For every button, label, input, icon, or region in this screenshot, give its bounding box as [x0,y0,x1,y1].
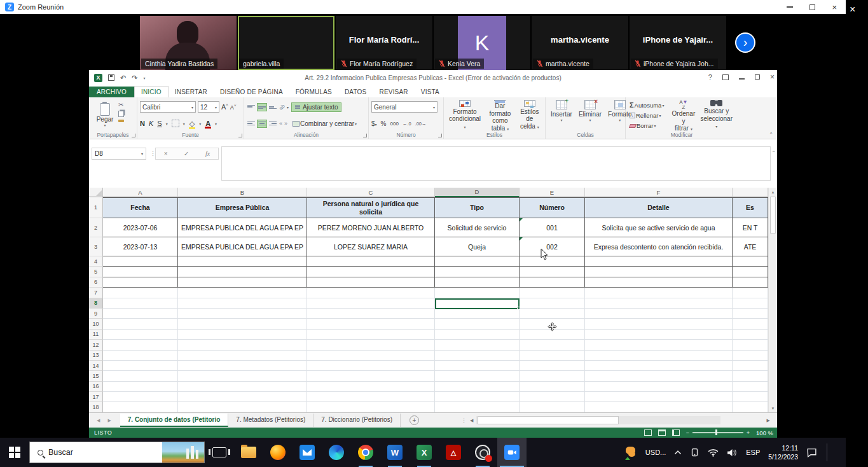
tab-frmulas[interactable]: FÓRMULAS [289,87,338,97]
sheet-prev-icon[interactable]: ◀ [97,418,100,423]
alignment-dialog-launcher[interactable] [363,134,367,137]
align-middle-icon[interactable] [258,104,266,111]
file-explorer-button[interactable] [234,438,263,467]
horizontal-scroll-thumb[interactable] [478,416,619,424]
insert-cells-button[interactable]: + Insertar▾ [548,99,575,131]
cell[interactable] [103,309,178,319]
cell[interactable] [178,361,307,371]
cell[interactable] [733,371,768,381]
name-box[interactable]: D8▾ [92,148,146,160]
cell[interactable] [733,382,768,392]
cast-device-icon[interactable] [690,448,699,457]
cell[interactable] [733,288,768,298]
cell[interactable] [733,361,768,371]
font-dialog-launcher[interactable] [238,134,242,137]
cell[interactable] [103,288,178,298]
next-participants-button[interactable]: › [735,32,755,53]
cell[interactable] [178,288,307,298]
cancel-entry-icon[interactable]: × [164,150,168,157]
horizontal-scrollbar[interactable] [476,416,720,424]
cell[interactable] [103,256,178,267]
help-icon[interactable]: ? [708,73,712,81]
edge-button[interactable] [322,438,351,467]
column-header-D[interactable]: D [435,188,520,197]
tab-diseodepgina[interactable]: DISEÑO DE PÁGINA [214,87,289,97]
row-header[interactable]: 8 [89,298,103,309]
column-header-F[interactable]: F [585,188,733,197]
orientation-icon[interactable]: ab [278,103,286,111]
cell[interactable] [178,330,307,340]
row-header[interactable]: 5 [89,267,103,277]
cell[interactable] [435,309,520,319]
tab-archivo[interactable]: ARCHIVO [89,87,134,97]
cell[interactable] [103,371,178,381]
cell[interactable] [733,309,768,319]
save-icon[interactable] [108,74,114,81]
formula-bar-collapse-icon[interactable]: ⌃ [771,150,776,156]
hscroll-left-icon[interactable]: ◀ [467,418,476,423]
cell[interactable] [435,319,520,329]
format-as-table-button[interactable]: Dar formatocomo tabla ▾ [485,99,516,131]
wifi-icon[interactable] [708,449,719,457]
cell[interactable]: Queja [435,237,520,256]
cell[interactable] [520,402,585,412]
cell[interactable] [733,277,768,288]
merge-center-button[interactable]: Combinar y centrar▾ [291,120,358,128]
cell[interactable] [585,371,733,381]
cell[interactable] [307,298,435,309]
formula-input[interactable] [221,146,771,181]
cell[interactable] [733,330,768,340]
cell[interactable] [520,309,585,319]
wrap-text-button[interactable]: Ajustar texto [292,103,341,111]
confirm-entry-icon[interactable]: ✓ [184,150,189,157]
cell[interactable] [103,402,178,412]
cell[interactable]: Persona natural o jurídica que solicita [307,197,435,218]
cell[interactable] [435,402,520,412]
cell[interactable] [585,351,733,361]
cell[interactable] [585,298,733,309]
cell[interactable] [103,277,178,288]
fill-handle[interactable] [517,307,520,310]
cell[interactable] [520,298,585,309]
cell[interactable] [178,309,307,319]
cell[interactable] [520,371,585,381]
percent-format-icon[interactable]: % [381,120,387,127]
vertical-scrollbar[interactable]: ▲ ▼ [768,188,777,412]
tab-insertar[interactable]: INSERTAR [169,87,214,97]
row-header[interactable]: 9 [89,309,103,319]
start-button[interactable] [0,438,29,467]
page-layout-view-icon[interactable] [658,429,666,436]
cell[interactable] [307,267,435,277]
cell[interactable] [520,351,585,361]
cell[interactable] [585,267,733,277]
undo-icon[interactable]: ↶ [120,74,126,82]
italic-button[interactable]: K [149,120,153,127]
cell[interactable] [520,392,585,402]
cell[interactable] [103,392,178,402]
clock[interactable]: 12:11 5/12/2023 [768,443,798,461]
cell[interactable] [585,288,733,298]
column-header-B[interactable]: B [178,188,307,197]
font-color-icon[interactable]: A [205,120,211,127]
cut-icon[interactable]: ✂ [118,101,124,108]
cell[interactable] [103,330,178,340]
cell[interactable] [103,319,178,329]
cell[interactable] [520,340,585,350]
cell[interactable]: 002 [520,237,585,256]
notification-icon[interactable] [806,448,817,457]
tab-revisar[interactable]: REVISAR [373,87,414,97]
cell[interactable]: LOPEZ SUAREZ MARIA [307,237,435,256]
decrease-indent-icon[interactable]: « [279,120,282,127]
chrome-button[interactable] [351,438,380,467]
cell[interactable] [103,267,178,277]
sort-filter-button[interactable]: A▼Z Ordenar yfiltrar ▾ [669,99,698,131]
cell[interactable] [178,267,307,277]
bold-button[interactable]: N [140,120,145,127]
cell[interactable] [585,382,733,392]
cell[interactable]: EN T [733,218,768,237]
normal-view-icon[interactable] [644,429,652,436]
cell[interactable] [103,351,178,361]
cell[interactable]: 001 [520,218,585,237]
firefox-button[interactable] [263,438,293,467]
column-header-A[interactable]: A [103,188,178,197]
